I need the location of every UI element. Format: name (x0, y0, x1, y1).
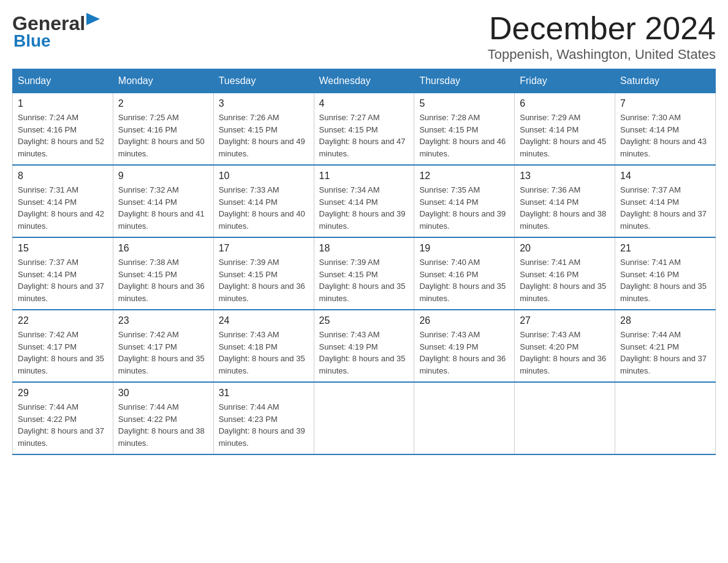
calendar-cell: 5 Sunrise: 7:28 AM Sunset: 4:15 PM Dayli… (414, 93, 515, 166)
sunset-label: Sunset: 4:17 PM (18, 342, 77, 351)
day-number: 17 (219, 243, 309, 254)
daylight-label: Daylight: 8 hours and 37 minutes. (18, 426, 104, 448)
sunrise-label: Sunrise: 7:43 AM (520, 330, 580, 339)
day-number: 10 (219, 170, 309, 182)
sunset-label: Sunset: 4:14 PM (319, 197, 378, 207)
day-info: Sunrise: 7:25 AM Sunset: 4:16 PM Dayligh… (118, 112, 208, 159)
sunset-label: Sunset: 4:15 PM (419, 125, 478, 134)
daylight-label: Daylight: 8 hours and 36 minutes. (118, 282, 205, 303)
calendar-cell: 6 Sunrise: 7:29 AM Sunset: 4:14 PM Dayli… (515, 93, 615, 166)
calendar-cell: 1 Sunrise: 7:24 AM Sunset: 4:16 PM Dayli… (13, 93, 113, 166)
calendar-cell (515, 382, 615, 454)
daylight-label: Daylight: 8 hours and 35 minutes. (18, 354, 104, 375)
daylight-label: Daylight: 8 hours and 43 minutes. (620, 137, 707, 158)
calendar-cell: 28 Sunrise: 7:44 AM Sunset: 4:21 PM Dayl… (615, 310, 716, 382)
day-info: Sunrise: 7:43 AM Sunset: 4:18 PM Dayligh… (219, 329, 309, 377)
day-info: Sunrise: 7:24 AM Sunset: 4:16 PM Dayligh… (18, 112, 108, 159)
day-info: Sunrise: 7:43 AM Sunset: 4:19 PM Dayligh… (319, 329, 409, 377)
sunset-label: Sunset: 4:15 PM (319, 125, 378, 134)
calendar-cell: 31 Sunrise: 7:44 AM Sunset: 4:23 PM Dayl… (213, 382, 314, 454)
daylight-label: Daylight: 8 hours and 36 minutes. (520, 354, 606, 375)
day-info: Sunrise: 7:35 AM Sunset: 4:14 PM Dayligh… (419, 184, 509, 232)
month-title: December 2024 (488, 12, 716, 44)
calendar-cell: 3 Sunrise: 7:26 AM Sunset: 4:15 PM Dayli… (213, 93, 314, 166)
day-number: 18 (319, 243, 409, 254)
calendar-cell: 21 Sunrise: 7:41 AM Sunset: 4:16 PM Dayl… (615, 237, 716, 310)
week-row-3: 15 Sunrise: 7:37 AM Sunset: 4:14 PM Dayl… (13, 237, 716, 310)
daylight-label: Daylight: 8 hours and 36 minutes. (419, 354, 506, 375)
daylight-label: Daylight: 8 hours and 52 minutes. (18, 137, 104, 158)
daylight-label: Daylight: 8 hours and 35 minutes. (319, 354, 406, 375)
daylight-label: Daylight: 8 hours and 37 minutes. (620, 209, 707, 231)
day-info: Sunrise: 7:42 AM Sunset: 4:17 PM Dayligh… (18, 329, 108, 377)
sunset-label: Sunset: 4:14 PM (520, 197, 578, 207)
day-info: Sunrise: 7:27 AM Sunset: 4:15 PM Dayligh… (319, 112, 409, 159)
day-number: 11 (319, 170, 409, 182)
daylight-label: Daylight: 8 hours and 41 minutes. (118, 209, 205, 231)
sunrise-label: Sunrise: 7:37 AM (18, 258, 78, 267)
sunrise-label: Sunrise: 7:37 AM (620, 185, 681, 194)
daylight-label: Daylight: 8 hours and 39 minutes. (319, 209, 406, 231)
daylight-label: Daylight: 8 hours and 35 minutes. (419, 282, 506, 303)
sunrise-label: Sunrise: 7:44 AM (219, 402, 279, 412)
sunrise-label: Sunrise: 7:42 AM (118, 330, 179, 339)
day-info: Sunrise: 7:39 AM Sunset: 4:15 PM Dayligh… (219, 256, 309, 304)
day-number: 24 (219, 315, 309, 326)
calendar-cell: 27 Sunrise: 7:43 AM Sunset: 4:20 PM Dayl… (515, 310, 615, 382)
sunset-label: Sunset: 4:16 PM (18, 125, 77, 134)
sunrise-label: Sunrise: 7:43 AM (419, 330, 480, 339)
sunrise-label: Sunrise: 7:25 AM (118, 113, 179, 122)
sunset-label: Sunset: 4:14 PM (620, 197, 679, 207)
day-info: Sunrise: 7:42 AM Sunset: 4:17 PM Dayligh… (118, 329, 208, 377)
sunrise-label: Sunrise: 7:44 AM (18, 402, 78, 412)
sunrise-label: Sunrise: 7:28 AM (419, 113, 480, 122)
day-number: 5 (419, 98, 509, 109)
day-info: Sunrise: 7:44 AM Sunset: 4:22 PM Dayligh… (118, 401, 208, 449)
daylight-label: Daylight: 8 hours and 46 minutes. (419, 137, 506, 158)
page-header: General Blue December 2024 Toppenish, Wa… (12, 12, 716, 63)
calendar-cell: 26 Sunrise: 7:43 AM Sunset: 4:19 PM Dayl… (414, 310, 515, 382)
calendar-cell: 20 Sunrise: 7:41 AM Sunset: 4:16 PM Dayl… (515, 237, 615, 310)
day-number: 9 (118, 170, 208, 182)
sunrise-label: Sunrise: 7:39 AM (219, 258, 279, 267)
day-info: Sunrise: 7:30 AM Sunset: 4:14 PM Dayligh… (620, 112, 710, 159)
calendar-cell: 2 Sunrise: 7:25 AM Sunset: 4:16 PM Dayli… (113, 93, 213, 166)
daylight-label: Daylight: 8 hours and 35 minutes. (520, 282, 606, 303)
calendar-cell (414, 382, 515, 454)
calendar-cell: 14 Sunrise: 7:37 AM Sunset: 4:14 PM Dayl… (615, 165, 716, 237)
day-info: Sunrise: 7:32 AM Sunset: 4:14 PM Dayligh… (118, 184, 208, 232)
sunset-label: Sunset: 4:16 PM (419, 270, 478, 279)
svg-marker-0 (86, 13, 100, 25)
sunset-label: Sunset: 4:14 PM (419, 197, 478, 207)
day-number: 30 (118, 388, 208, 399)
calendar-cell: 9 Sunrise: 7:32 AM Sunset: 4:14 PM Dayli… (113, 165, 213, 237)
day-number: 26 (419, 315, 509, 326)
daylight-label: Daylight: 8 hours and 39 minutes. (419, 209, 506, 231)
day-number: 20 (520, 243, 610, 254)
day-info: Sunrise: 7:44 AM Sunset: 4:21 PM Dayligh… (620, 329, 710, 377)
calendar-cell: 11 Sunrise: 7:34 AM Sunset: 4:14 PM Dayl… (314, 165, 414, 237)
sunrise-label: Sunrise: 7:40 AM (419, 258, 480, 267)
sunrise-label: Sunrise: 7:26 AM (219, 113, 279, 122)
calendar-cell: 12 Sunrise: 7:35 AM Sunset: 4:14 PM Dayl… (414, 165, 515, 237)
calendar-cell: 23 Sunrise: 7:42 AM Sunset: 4:17 PM Dayl… (113, 310, 213, 382)
week-row-5: 29 Sunrise: 7:44 AM Sunset: 4:22 PM Dayl… (13, 382, 716, 454)
day-number: 15 (18, 243, 108, 254)
daylight-label: Daylight: 8 hours and 35 minutes. (620, 282, 707, 303)
sunset-label: Sunset: 4:14 PM (620, 125, 679, 134)
logo-blue-text: Blue (13, 31, 51, 51)
sunrise-label: Sunrise: 7:43 AM (319, 330, 380, 339)
sunrise-label: Sunrise: 7:34 AM (319, 185, 380, 194)
calendar-cell: 16 Sunrise: 7:38 AM Sunset: 4:15 PM Dayl… (113, 237, 213, 310)
calendar-cell: 15 Sunrise: 7:37 AM Sunset: 4:14 PM Dayl… (13, 237, 113, 310)
calendar-table: SundayMondayTuesdayWednesdayThursdayFrid… (12, 69, 716, 455)
sunset-label: Sunset: 4:16 PM (620, 270, 679, 279)
sunrise-label: Sunrise: 7:43 AM (219, 330, 279, 339)
calendar-header-row: SundayMondayTuesdayWednesdayThursdayFrid… (13, 69, 716, 93)
day-number: 7 (620, 98, 710, 109)
day-number: 29 (18, 388, 108, 399)
daylight-label: Daylight: 8 hours and 47 minutes. (319, 137, 406, 158)
calendar-cell: 4 Sunrise: 7:27 AM Sunset: 4:15 PM Dayli… (314, 93, 414, 166)
daylight-label: Daylight: 8 hours and 38 minutes. (520, 209, 606, 231)
calendar-cell: 19 Sunrise: 7:40 AM Sunset: 4:16 PM Dayl… (414, 237, 515, 310)
